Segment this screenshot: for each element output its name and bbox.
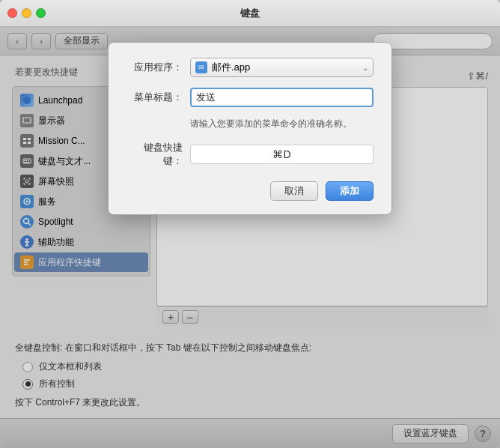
window-title: 键盘	[240, 7, 260, 20]
shortcut-value: ⌘D	[272, 148, 290, 160]
modal-buttons: 取消 添加	[126, 181, 374, 201]
main-window: 键盘 ‹ › 全部显示 🔍 若要更改快捷键	[0, 0, 500, 448]
chevron-down-icon: ⌄	[362, 64, 368, 72]
close-button[interactable]	[7, 8, 17, 18]
mail-app-icon: ✉	[195, 61, 207, 73]
modal-shortcut-row: 键盘快捷键： ⌘D	[126, 141, 374, 168]
modal-hint-text: 请输入您要添加的菜单命令的准确名称。	[190, 118, 374, 130]
traffic-lights	[7, 8, 46, 18]
shortcut-display[interactable]: ⌘D	[190, 145, 374, 164]
modal-overlay: 应用程序： ✉ 邮件.app ⌄ 菜单标题： 请输入您要添加的菜单命令的准确名称…	[0, 27, 500, 448]
add-shortcut-modal: 应用程序： ✉ 邮件.app ⌄ 菜单标题： 请输入您要添加的菜单命令的准确名称…	[108, 42, 392, 215]
modal-select-wrap: ✉ 邮件.app ⌄	[190, 58, 374, 77]
cancel-button[interactable]: 取消	[270, 181, 318, 201]
app-name: 邮件.app	[212, 61, 250, 74]
titlebar: 键盘	[0, 0, 500, 27]
modal-menu-row: 菜单标题：	[126, 88, 374, 107]
app-selector[interactable]: ✉ 邮件.app ⌄	[190, 58, 374, 77]
minimize-button[interactable]	[22, 8, 31, 18]
menu-title-input[interactable]	[190, 88, 374, 107]
add-button[interactable]: 添加	[326, 181, 374, 201]
modal-menu-label: 菜单标题：	[126, 91, 183, 104]
modal-app-row: 应用程序： ✉ 邮件.app ⌄	[126, 58, 374, 77]
maximize-button[interactable]	[36, 8, 46, 18]
modal-app-label: 应用程序：	[126, 61, 183, 74]
modal-keyboard-label: 键盘快捷键：	[126, 141, 183, 168]
